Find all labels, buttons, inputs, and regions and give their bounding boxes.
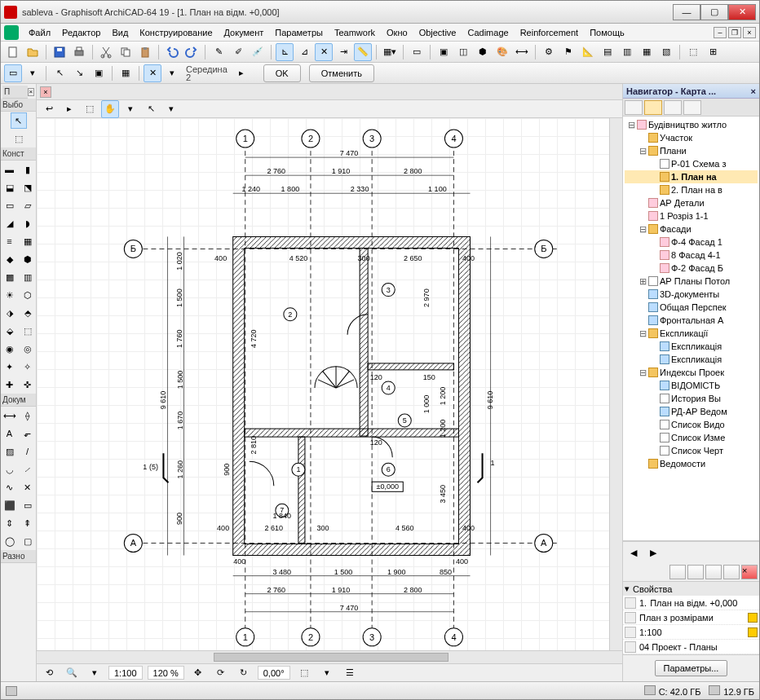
ok-button[interactable]: OK <box>263 64 301 82</box>
redo-button[interactable] <box>183 43 201 61</box>
tree-node[interactable]: РД-АР Ведом <box>625 405 758 418</box>
menu-file[interactable]: Файл <box>24 26 55 39</box>
hotspot-tool[interactable]: ✕ <box>20 479 36 495</box>
dimension-tool[interactable]: ⟷ <box>2 407 18 424</box>
toolbox-close-icon[interactable]: × <box>28 88 34 96</box>
navigator-close-icon[interactable]: × <box>751 86 756 96</box>
roof-tool[interactable]: ◢ <box>2 215 18 231</box>
cursor-tool2[interactable]: ↘ <box>70 64 88 82</box>
tree-node[interactable]: Фронтальная А <box>625 314 758 327</box>
menu-cadimage[interactable]: Cadimage <box>462 26 513 39</box>
tree-node[interactable]: ВІДОМІСТЬ <box>625 379 758 392</box>
navtab-publisher[interactable] <box>683 100 701 115</box>
misc8-button[interactable]: ⬚ <box>684 43 702 61</box>
snap3-button[interactable]: ✕ <box>315 43 333 61</box>
fill-tool[interactable]: ▨ <box>2 443 18 460</box>
minimize-button[interactable]: — <box>673 4 700 20</box>
wand-button[interactable]: ✎ <box>210 43 228 61</box>
tree-node[interactable]: Ф-2 Фасад Б <box>625 262 758 275</box>
zoom-prev-button[interactable]: ⟲ <box>40 664 58 682</box>
tool-x2[interactable]: ⬗ <box>2 305 18 321</box>
misc9-button[interactable]: ⊞ <box>704 43 722 61</box>
nav-new1-button[interactable] <box>669 565 686 579</box>
misc5-button[interactable]: ▥ <box>618 43 636 61</box>
move-tool[interactable]: ▣ <box>90 64 108 82</box>
misc7-button[interactable]: ▧ <box>657 43 675 61</box>
stair-tool[interactable]: ≡ <box>2 233 18 249</box>
text-tool[interactable]: A <box>2 425 18 442</box>
pan-button[interactable]: ✥ <box>189 664 207 682</box>
label-tool[interactable]: ⬐ <box>20 425 36 442</box>
mdi-minimize-button[interactable]: – <box>714 27 727 38</box>
tree-node[interactable]: ⊞АР Планы Потол <box>625 275 758 288</box>
open-file-button[interactable] <box>24 43 42 61</box>
view-axon-button[interactable]: ⬢ <box>474 43 492 61</box>
undo-button[interactable] <box>163 43 181 61</box>
figure-tool[interactable]: ⬛ <box>2 497 18 513</box>
params-button[interactable]: Параметры... <box>655 660 728 676</box>
zoom-ratio-field[interactable]: 1:100 <box>108 666 143 680</box>
zoom-next-button[interactable]: ▾ <box>86 664 104 682</box>
tool-x8[interactable]: ✦ <box>2 359 18 375</box>
play-button[interactable]: ▸ <box>232 64 250 82</box>
sb3-button[interactable]: ☰ <box>341 664 359 682</box>
door-tool[interactable]: ⬓ <box>2 179 18 196</box>
prop-row-scale[interactable]: 1:100 <box>623 625 759 640</box>
tree-left-button[interactable]: ◀ <box>625 544 643 561</box>
render-button[interactable]: 🎨 <box>493 43 511 61</box>
snap1-button[interactable]: ⊾ <box>276 43 294 61</box>
mini7-button[interactable]: ▾ <box>162 100 180 118</box>
tool-x9[interactable]: ✧ <box>20 359 36 375</box>
navtab-layout[interactable] <box>664 100 682 115</box>
misc3-button[interactable]: 📐 <box>579 43 597 61</box>
sb2-button[interactable]: ▾ <box>318 664 336 682</box>
mdi-restore-button[interactable]: ❐ <box>728 27 741 38</box>
menu-help[interactable]: Помощь <box>585 26 630 39</box>
grid-menu-button[interactable]: ▦▾ <box>381 43 399 61</box>
snap-mid-dd[interactable]: ▾ <box>163 64 181 82</box>
drawing-tool[interactable]: ▭ <box>20 497 36 513</box>
section-tool[interactable]: ⇕ <box>2 515 18 531</box>
snap2-button[interactable]: ⊿ <box>295 43 313 61</box>
snap-mid-button[interactable]: ✕ <box>144 64 161 82</box>
tree-node[interactable]: Експликація <box>625 353 758 366</box>
tree-node[interactable]: Ф-4 Фасад 1 <box>625 236 758 249</box>
arrow-tool[interactable]: ↖ <box>11 112 27 129</box>
tool-x7[interactable]: ◎ <box>20 341 36 357</box>
view-persp-button[interactable]: ◫ <box>454 43 472 61</box>
tree-node[interactable]: АР Детали <box>625 196 758 209</box>
tool-x1[interactable]: ⬡ <box>20 287 36 303</box>
syringe-button[interactable]: 💉 <box>249 43 267 61</box>
tree-node[interactable]: ⊟Плани <box>625 144 758 157</box>
tool-x10[interactable]: ✚ <box>2 376 18 393</box>
tab-close-button[interactable]: × <box>40 86 51 98</box>
vertical-scrollbar[interactable] <box>609 118 622 650</box>
mini5-button[interactable]: ▾ <box>122 100 139 118</box>
misc6-button[interactable]: ▦ <box>638 43 656 61</box>
zone-tool[interactable]: ▩ <box>2 269 18 285</box>
menu-document[interactable]: Документ <box>219 26 269 39</box>
maximize-button[interactable]: ▢ <box>700 4 728 20</box>
rot-button[interactable]: ↻ <box>235 664 253 682</box>
line-draw-tool[interactable]: / <box>20 443 36 460</box>
prop-row-penset[interactable]: 04 Проект - Планы <box>623 640 759 654</box>
orbit-button[interactable]: ⟳ <box>212 664 230 682</box>
detail-tool[interactable]: ◯ <box>2 533 18 549</box>
menu-window[interactable]: Окно <box>382 26 413 39</box>
tree-node[interactable]: 2. План на в <box>625 183 758 196</box>
close-button[interactable]: ✕ <box>728 4 756 20</box>
angle-field[interactable]: 0,00° <box>258 666 290 680</box>
tree-node[interactable]: 1 Розріз 1-1 <box>625 209 758 222</box>
zoom-pct-field[interactable]: 120 % <box>148 666 184 680</box>
mini4-button[interactable]: ✋ <box>101 100 119 118</box>
navtab-viewmap[interactable] <box>644 100 662 115</box>
tree-node[interactable]: 3D-документы <box>625 288 758 301</box>
tree-right-button[interactable]: ▶ <box>644 544 662 561</box>
tool-x11[interactable]: ✜ <box>20 376 36 393</box>
tree-node[interactable]: Список Видо <box>625 418 758 431</box>
new-file-button[interactable] <box>4 43 22 61</box>
tree-node[interactable]: Участок <box>625 131 758 144</box>
menu-objective[interactable]: Objective <box>414 26 462 39</box>
navtab-project[interactable] <box>625 100 643 115</box>
level-tool[interactable]: ⟠ <box>20 407 36 424</box>
